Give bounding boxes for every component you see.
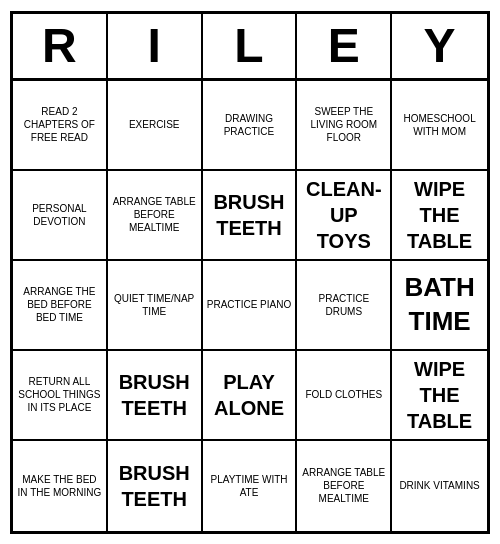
cell-label: PRACTICE PIANO	[207, 298, 291, 311]
bingo-cell: DRAWING PRACTICE	[203, 81, 298, 171]
bingo-cell: BRUSH TEETH	[108, 351, 203, 441]
cell-label: BATH TIME	[396, 271, 483, 339]
bingo-cell: PLAYTIME WITH ATE	[203, 441, 298, 531]
bingo-header: RILEY	[13, 14, 487, 81]
cell-label: PLAY ALONE	[207, 369, 292, 421]
bingo-cell: DRINK VITAMINS	[392, 441, 487, 531]
bingo-cell: READ 2 CHAPTERS OF FREE READ	[13, 81, 108, 171]
cell-label: PRACTICE DRUMS	[301, 292, 386, 318]
bingo-cell: BATH TIME	[392, 261, 487, 351]
header-letter: E	[297, 14, 392, 78]
bingo-cell: HOMESCHOOL WITH MOM	[392, 81, 487, 171]
bingo-cell: WIPE THE TABLE	[392, 351, 487, 441]
bingo-cell: CLEAN-UP TOYS	[297, 171, 392, 261]
cell-label: DRAWING PRACTICE	[207, 112, 292, 138]
cell-label: PERSONAL DEVOTION	[17, 202, 102, 228]
bingo-cell: WIPE THE TABLE	[392, 171, 487, 261]
bingo-grid: READ 2 CHAPTERS OF FREE READEXERCISEDRAW…	[13, 81, 487, 531]
bingo-cell: ARRANGE THE BED BEFORE BED TIME	[13, 261, 108, 351]
cell-label: PLAYTIME WITH ATE	[207, 473, 292, 499]
cell-label: ARRANGE TABLE BEFORE MEALTIME	[112, 195, 197, 234]
cell-label: HOMESCHOOL WITH MOM	[396, 112, 483, 138]
cell-label: BRUSH TEETH	[112, 369, 197, 421]
bingo-cell: MAKE THE BED IN THE MORNING	[13, 441, 108, 531]
bingo-cell: PERSONAL DEVOTION	[13, 171, 108, 261]
cell-label: WIPE THE TABLE	[396, 356, 483, 434]
cell-label: BRUSH TEETH	[207, 189, 292, 241]
bingo-cell: PRACTICE DRUMS	[297, 261, 392, 351]
bingo-cell: PRACTICE PIANO	[203, 261, 298, 351]
cell-label: MAKE THE BED IN THE MORNING	[17, 473, 102, 499]
bingo-cell: ARRANGE TABLE BEFORE MEALTIME	[297, 441, 392, 531]
bingo-cell: BRUSH TEETH	[108, 441, 203, 531]
cell-label: FOLD CLOTHES	[305, 388, 382, 401]
cell-label: BRUSH TEETH	[112, 460, 197, 512]
header-letter: R	[13, 14, 108, 78]
bingo-cell: FOLD CLOTHES	[297, 351, 392, 441]
bingo-card: RILEY READ 2 CHAPTERS OF FREE READEXERCI…	[10, 11, 490, 534]
bingo-cell: ARRANGE TABLE BEFORE MEALTIME	[108, 171, 203, 261]
bingo-cell: EXERCISE	[108, 81, 203, 171]
cell-label: ARRANGE THE BED BEFORE BED TIME	[17, 285, 102, 324]
cell-label: RETURN ALL SCHOOL THINGS IN ITS PLACE	[17, 375, 102, 414]
cell-label: EXERCISE	[129, 118, 180, 131]
cell-label: DRINK VITAMINS	[399, 479, 479, 492]
header-letter: L	[203, 14, 298, 78]
cell-label: SWEEP THE LIVING ROOM FLOOR	[301, 105, 386, 144]
bingo-cell: PLAY ALONE	[203, 351, 298, 441]
bingo-cell: QUIET TIME/NAP TIME	[108, 261, 203, 351]
header-letter: Y	[392, 14, 487, 78]
cell-label: READ 2 CHAPTERS OF FREE READ	[17, 105, 102, 144]
cell-label: CLEAN-UP TOYS	[301, 176, 386, 254]
bingo-cell: BRUSH TEETH	[203, 171, 298, 261]
bingo-cell: SWEEP THE LIVING ROOM FLOOR	[297, 81, 392, 171]
cell-label: WIPE THE TABLE	[396, 176, 483, 254]
bingo-cell: RETURN ALL SCHOOL THINGS IN ITS PLACE	[13, 351, 108, 441]
cell-label: QUIET TIME/NAP TIME	[112, 292, 197, 318]
header-letter: I	[108, 14, 203, 78]
cell-label: ARRANGE TABLE BEFORE MEALTIME	[301, 466, 386, 505]
